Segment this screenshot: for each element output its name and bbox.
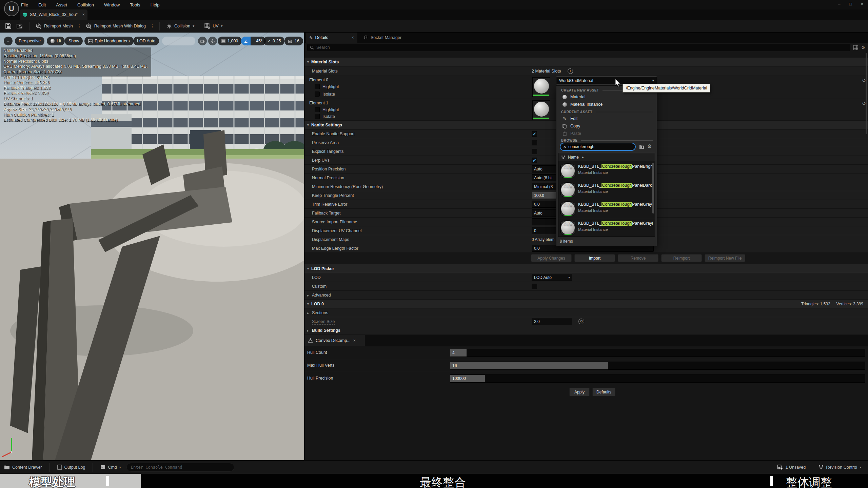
checkbox-icon[interactable]: ✔ <box>532 158 537 163</box>
highlight-checkbox-row[interactable]: Highlight <box>315 84 339 89</box>
reset-to-default-icon[interactable]: ↺ <box>862 101 866 106</box>
view-settings-gear-icon[interactable]: ⚙ <box>647 143 652 149</box>
tab-details[interactable]: ✎ Details × <box>306 33 357 43</box>
gear-icon[interactable]: ⚙ <box>861 45 865 50</box>
section-material-slots[interactable]: ▾Material Slots <box>304 58 868 66</box>
asset-row-2[interactable]: Material Instance KB3D_BTL_ConcreteRough… <box>558 199 655 218</box>
camera-icon[interactable] <box>198 37 207 45</box>
close-icon[interactable]: × <box>861 1 863 6</box>
viewport-options-button[interactable]: ≡ <box>4 37 13 45</box>
asset-tab[interactable]: SM_Wall_Block_03_hou* × <box>20 9 87 20</box>
minimize-icon[interactable]: – <box>838 1 840 6</box>
reimport-options-kebab-icon[interactable]: ⋮ <box>76 23 83 29</box>
reset-screen-size-icon[interactable]: ↺ <box>578 319 584 324</box>
reimport-mesh-with-dialog-button[interactable]: Reimport Mesh With Dialog <box>83 23 149 29</box>
convex-apply-button[interactable]: Apply <box>569 388 590 396</box>
tab-close-icon[interactable]: × <box>82 12 85 17</box>
apply-changes-button[interactable]: Apply Changes <box>531 254 572 262</box>
rotation-snap-button[interactable]: ∠ 45° <box>241 37 266 45</box>
isolate-checkbox-row[interactable]: Isolate <box>315 92 335 97</box>
remove-button[interactable]: Remove <box>618 254 658 262</box>
list-scrollbar[interactable] <box>652 163 654 214</box>
import-button[interactable]: Import <box>574 254 615 262</box>
section-lod-picker[interactable]: ▾LOD Picker <box>304 264 868 273</box>
camera-speed-button[interactable]: ↗0.25 <box>263 37 284 45</box>
menu-item-paste[interactable]: Paste <box>556 130 657 137</box>
menu-file[interactable]: File <box>21 2 28 7</box>
checkbox-icon[interactable]: ✔ <box>532 284 537 289</box>
reimport-button[interactable]: Reimport <box>661 254 702 262</box>
max-hull-verts-slider[interactable]: 16 <box>450 362 865 370</box>
perspective-button[interactable]: Perspective <box>15 37 44 45</box>
clear-search-icon[interactable]: ✕ <box>563 145 566 149</box>
asset-search-input[interactable] <box>568 144 632 149</box>
highlight-checkbox-row[interactable]: Highlight <box>315 107 339 112</box>
collision-menu-button[interactable]: Collision▾ <box>163 23 197 29</box>
asset-row-1[interactable]: Material Instance KB3D_BTL_ConcreteRough… <box>558 180 655 199</box>
hull-count-slider[interactable]: 4 <box>450 349 865 357</box>
display-filter-grid-icon[interactable] <box>853 45 858 50</box>
lod-auto-button[interactable]: LOD Auto <box>133 37 159 45</box>
section-lod0[interactable]: ▾LOD 0 Triangles: 1,532 Vertices: 3,399 <box>304 300 868 308</box>
asset-row-3[interactable]: Material Instance KB3D_BTL_ConcreteRough… <box>558 218 655 237</box>
add-material-slot-icon[interactable]: + <box>568 68 573 74</box>
show-menu-button[interactable]: Show <box>65 37 83 45</box>
menu-item-material-instance[interactable]: Material Instance <box>556 101 657 108</box>
console-command-input[interactable] <box>126 463 234 472</box>
reimport-mesh-button[interactable]: Reimport Mesh <box>33 23 76 29</box>
transform-icon[interactable] <box>208 37 217 45</box>
cmd-dropdown[interactable]: Cmd▾ <box>96 465 125 470</box>
mesh-preview-viewport[interactable]: ≡ Perspective Lit Show Epic Headquarters… <box>0 33 304 460</box>
browse-folder-icon[interactable] <box>639 144 645 149</box>
checkbox-icon[interactable]: ✔ <box>532 140 537 145</box>
reimport-dialog-options-kebab-icon[interactable]: ⋮ <box>149 23 156 29</box>
menu-window[interactable]: Window <box>104 2 120 7</box>
row-build-settings[interactable]: ▸Build Settings <box>304 326 868 335</box>
content-drawer-button[interactable]: Content Drawer <box>0 465 46 470</box>
reset-to-default-icon[interactable]: ↺ <box>862 78 866 83</box>
tab-convex-decomposition[interactable]: Convex Decomp... × <box>304 335 365 346</box>
maximize-icon[interactable]: □ <box>849 1 852 6</box>
lod-dropdown[interactable]: LOD Auto▾ <box>532 274 572 281</box>
details-search-input[interactable] <box>316 45 848 50</box>
unsaved-assets-button[interactable]: 1 Unsaved <box>773 465 810 470</box>
uv-menu-button[interactable]: UV▾ <box>202 23 225 29</box>
checkbox-icon[interactable] <box>315 84 320 89</box>
revision-control-button[interactable]: Revision Control▾ <box>814 465 865 470</box>
menu-edit[interactable]: Edit <box>38 2 46 7</box>
asset-search-box[interactable]: ✕ <box>560 143 636 151</box>
list-header[interactable]: Name ▲ <box>558 153 655 161</box>
screen-size-spinbox[interactable]: 2.0 <box>532 318 572 325</box>
menu-help[interactable]: Help <box>151 2 160 7</box>
checkbox-icon[interactable] <box>315 92 320 97</box>
reimport-new-file-button[interactable]: Reimport New File <box>705 254 745 262</box>
tab-socket-manager[interactable]: Socket Manager <box>360 33 405 43</box>
tab-close-icon[interactable]: × <box>353 338 356 343</box>
menu-item-edit[interactable]: ✎Edit <box>556 115 657 122</box>
convex-defaults-button[interactable]: Defaults <box>592 388 615 396</box>
row-sections[interactable]: ▸Sections <box>304 308 868 317</box>
material-thumbnail[interactable] <box>532 77 550 97</box>
checkbox-icon[interactable] <box>315 107 320 112</box>
browse-to-asset-button[interactable] <box>14 23 26 29</box>
menu-item-material[interactable]: Material <box>556 93 657 101</box>
grid-snap-button[interactable]: 1,000 <box>218 37 242 45</box>
screen-percentage-button[interactable]: 16 <box>284 37 303 45</box>
save-button[interactable] <box>3 23 14 29</box>
checkbox-icon[interactable]: ✔ <box>532 149 537 154</box>
menu-asset[interactable]: Asset <box>56 2 67 7</box>
hull-precision-slider[interactable]: 100000 <box>450 374 865 383</box>
asset-row-0[interactable]: Material Instance KB3D_BTL_ConcreteRough… <box>558 161 655 180</box>
menu-tools[interactable]: Tools <box>130 2 140 7</box>
material-thumbnail[interactable] <box>532 100 550 120</box>
lit-mode-button[interactable]: Lit <box>47 37 65 45</box>
menu-collision[interactable]: Collision <box>77 2 94 7</box>
tab-close-icon[interactable]: × <box>352 35 354 40</box>
isolate-checkbox-row[interactable]: Isolate <box>315 114 335 119</box>
row-advanced[interactable]: ▸Advanced <box>304 291 868 300</box>
details-scrollbar[interactable] <box>866 53 867 134</box>
checkbox-icon[interactable] <box>315 114 320 119</box>
menu-item-copy[interactable]: Copy <box>556 122 657 130</box>
checkbox-icon[interactable]: ✔ <box>532 131 537 137</box>
camera-speed-pill[interactable] <box>162 37 195 45</box>
